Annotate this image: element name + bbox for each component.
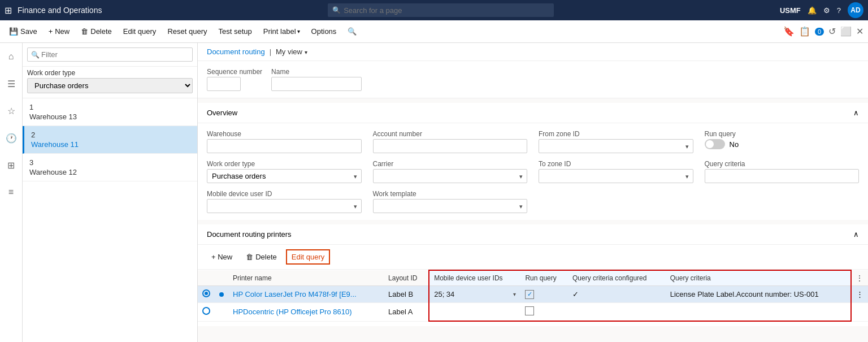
work-template-select[interactable] — [373, 199, 528, 213]
badge-icon[interactable]: 0 — [815, 28, 824, 36]
warehouse-label: Warehouse — [207, 130, 362, 138]
row-radio-cell[interactable] — [198, 303, 215, 322]
table-row[interactable]: HP Color LaserJet Pro M478f-9f [E9... La… — [198, 286, 868, 303]
account-number-label: Account number — [373, 130, 528, 138]
row-radio-empty[interactable] — [202, 307, 210, 315]
query-criteria-configured-cell — [568, 303, 666, 322]
run-query-cell — [520, 303, 568, 322]
run-query-toggle-wrapper: No — [705, 139, 860, 149]
work-template-label: Work template — [373, 190, 528, 198]
doc-routing-header: Document routing | My view ▾ — [198, 43, 868, 61]
row-status-cell — [215, 286, 228, 303]
print-label-button[interactable]: Print label ▾ — [259, 25, 305, 38]
table-row[interactable]: HPDocentric (HP Officejet Pro 8610) Labe… — [198, 303, 868, 322]
printers-new-button[interactable]: + New — [207, 250, 237, 263]
refresh-icon[interactable]: ↺ — [828, 26, 836, 37]
copy-icon[interactable]: 📋 — [799, 26, 810, 37]
list-item[interactable]: 2 Warehouse 11 — [23, 126, 197, 154]
run-query-cell: ✓ — [520, 286, 568, 303]
mobile-ids-chevron-icon[interactable]: ▾ — [513, 291, 516, 297]
name-input[interactable]: Warehouse 11 — [271, 77, 362, 91]
warehouse-field: Warehouse 11 — [207, 130, 362, 153]
search-toolbar-icon: 🔍 — [348, 27, 357, 36]
col-query-criteria: Query criteria — [666, 270, 851, 286]
warehouse-input[interactable]: 11 — [207, 139, 362, 153]
options-button[interactable]: Options — [307, 25, 341, 38]
row-radio-cell[interactable] — [198, 286, 215, 303]
printers-delete-button[interactable]: 🗑 Delete — [241, 250, 281, 263]
run-query-checkbox-empty[interactable] — [525, 306, 534, 315]
avatar[interactable]: AD — [848, 2, 863, 18]
list-item[interactable]: 1 Warehouse 13 — [23, 98, 197, 126]
list-item-number: 3 — [29, 158, 190, 167]
recent-icon[interactable]: 🕐 — [2, 129, 20, 147]
run-query-value: No — [730, 140, 739, 149]
carrier-select[interactable] — [373, 169, 528, 183]
settings-icon[interactable]: ⚙ — [823, 6, 830, 15]
filter-side-icon[interactable]: ☰ — [2, 75, 20, 93]
my-view-button[interactable]: My view ▾ — [276, 47, 307, 56]
notification-icon[interactable]: 🔔 — [808, 6, 817, 15]
search-input[interactable] — [328, 3, 554, 17]
test-setup-button[interactable]: Test setup — [214, 25, 256, 38]
expand-icon[interactable]: ⬜ — [840, 26, 852, 37]
from-zone-label: From zone ID — [539, 130, 693, 138]
save-button[interactable]: 💾 Save — [5, 25, 42, 38]
work-order-type-select[interactable]: Purchase orders Sales orders Transfer or… — [27, 78, 193, 93]
mobile-device-user-select[interactable] — [207, 199, 362, 213]
list-item[interactable]: 3 Warehouse 12 — [23, 154, 197, 181]
account-number-input[interactable] — [373, 139, 528, 153]
close-icon[interactable]: ✕ — [856, 26, 863, 37]
printer-name-link[interactable]: HPDocentric (HP Officejet Pro 8610) — [233, 308, 352, 316]
row-status-cell — [215, 303, 228, 322]
more-options-cell[interactable] — [851, 303, 868, 322]
printers-edit-query-button[interactable]: Edit query — [286, 249, 331, 265]
query-criteria-cell: License Plate Label.Account number: US-0… — [666, 286, 851, 303]
run-query-toggle[interactable] — [705, 139, 725, 149]
list-side-icon[interactable]: ≡ — [2, 183, 20, 201]
row-radio-filled[interactable] — [202, 289, 210, 297]
new-button[interactable]: + New — [44, 25, 75, 38]
workspaces-icon[interactable]: ⊞ — [2, 156, 20, 174]
work-order-type-field-select[interactable]: Purchase orders — [207, 169, 362, 183]
bookmark-icon[interactable]: 🔖 — [783, 26, 795, 37]
save-icon: 💾 — [9, 27, 18, 36]
work-order-type-field: Work order type Purchase orders — [207, 160, 362, 183]
from-zone-field: From zone ID — [539, 130, 693, 153]
delete-button[interactable]: 🗑 Delete — [76, 25, 116, 38]
query-criteria-field: Query criteria — [705, 160, 860, 183]
reset-query-button[interactable]: Reset query — [163, 25, 211, 38]
layout-id-cell: Label B — [384, 286, 429, 303]
doc-routing-link[interactable]: Document routing — [207, 47, 265, 56]
mobile-ids-cell: 25; 34 ▾ — [429, 286, 520, 303]
filter-input[interactable] — [27, 47, 193, 62]
overview-section: Overview ∧ Warehouse 11 Account number F… — [198, 103, 868, 220]
help-icon[interactable]: ? — [837, 6, 841, 15]
to-zone-select[interactable] — [539, 169, 693, 183]
printers-section-label: Document routing printers — [207, 230, 292, 239]
run-query-checkbox[interactable]: ✓ — [525, 290, 534, 299]
sequence-number-label: Sequence number — [207, 68, 262, 76]
mobile-device-user-field: Mobile device user ID — [207, 190, 362, 213]
query-criteria-input[interactable] — [705, 169, 860, 183]
from-zone-select[interactable] — [539, 139, 693, 153]
home-icon[interactable]: ⌂ — [2, 47, 20, 66]
carrier-field: Carrier — [373, 160, 528, 183]
query-criteria-cell — [666, 303, 851, 322]
app-title: Finance and Operations — [18, 6, 102, 15]
list-item-number: 2 — [31, 131, 190, 139]
printers-section-header[interactable]: Document routing printers ∧ — [198, 224, 868, 245]
run-query-field: Run query No — [705, 130, 860, 153]
query-criteria-configured-check: ✓ — [572, 290, 579, 298]
row-status-dot — [219, 292, 224, 297]
more-options-cell[interactable]: ⋮ — [851, 286, 868, 303]
edit-query-button[interactable]: Edit query — [119, 25, 161, 38]
printer-name-cell: HP Color LaserJet Pro M478f-9f [E9... — [228, 286, 384, 303]
sequence-number-input[interactable]: 2 — [207, 77, 241, 91]
overview-header[interactable]: Overview ∧ — [198, 103, 868, 123]
search-toolbar-button[interactable]: 🔍 — [343, 25, 361, 38]
grid-menu-icon[interactable]: ⊞ — [5, 5, 12, 16]
favorites-icon[interactable]: ☆ — [2, 102, 20, 120]
printer-name-link[interactable]: HP Color LaserJet Pro M478f-9f [E9... — [233, 290, 357, 298]
search-area: 🔍 — [113, 3, 768, 17]
